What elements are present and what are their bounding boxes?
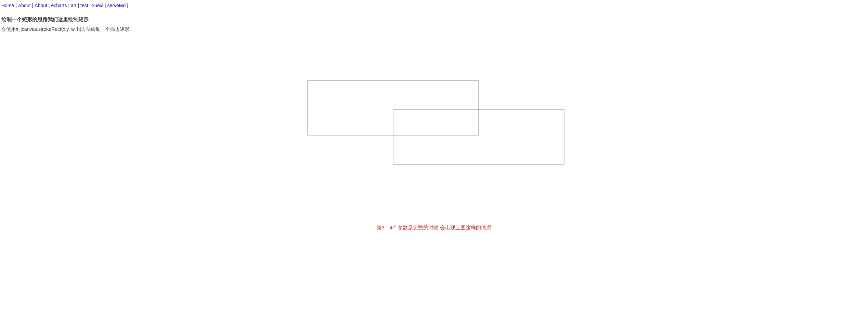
sep-4: |: [68, 3, 69, 8]
main-content: 绘制一个矩形的思路我们这里绘制矩形 会使用到|canvas.strokeRect…: [0, 11, 868, 257]
caption-text: 第3，4个参数是负数的时候 会出现上图这样的情况: [377, 225, 492, 231]
page-subtitle: 会使用到|canvas.strokeRect(x,y, w, h)方法绘制一个描…: [1, 26, 867, 33]
nav-test[interactable]: test: [80, 3, 88, 8]
sep-5: |: [78, 3, 79, 8]
page-title: 绘制一个矩形的思路我们这里绘制矩形: [1, 16, 867, 23]
nav-xuexi[interactable]: xuexi: [92, 3, 103, 8]
nav-about-1[interactable]: About: [18, 3, 31, 8]
sep-3: |: [49, 3, 50, 8]
sep-7: |: [105, 3, 106, 8]
nav-home[interactable]: Home: [1, 3, 14, 8]
nav-servemd[interactable]: serveMd: [107, 3, 126, 8]
navigation-bar: Home | About | About | echarts | art | t…: [0, 0, 868, 11]
canvas-area: 第3，4个参数是负数的时候 会出现上图这样的情况: [1, 39, 867, 252]
sep-2: |: [32, 3, 34, 8]
nav-echarts[interactable]: echarts: [51, 3, 67, 8]
sep-6: |: [90, 3, 91, 8]
nav-about-2[interactable]: About: [35, 3, 47, 8]
sep-8: |: [127, 3, 128, 8]
sep-1: |: [15, 3, 17, 8]
drawing-canvas: [229, 60, 639, 231]
nav-art[interactable]: art: [71, 3, 76, 8]
